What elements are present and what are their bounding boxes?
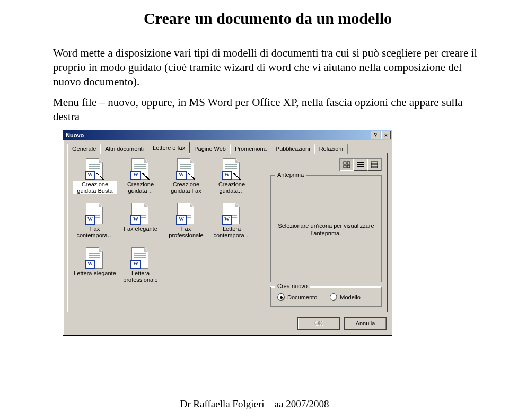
template-item-label: Lettera elegante [74,270,116,276]
radio-document-label: Documento [287,294,317,300]
wizard-wand-icon [96,173,104,180]
tab-strip: Generale Altri documenti Lettere e fax P… [63,140,392,153]
create-new-legend: Crea nuovo [275,283,310,289]
word-template-icon: W [86,203,104,224]
template-item-label: Fax contempora… [74,226,116,238]
ok-button[interactable]: OK [297,317,340,330]
template-item[interactable]: WLettera elegante [73,247,117,289]
tab-lettere-e-fax[interactable]: Lettere e fax [148,142,190,153]
preview-placeholder: Selezionare un'icona per visualizzare l'… [275,222,377,237]
radio-template-label: Modello [340,294,361,300]
tab-altri-documenti[interactable]: Altri documenti [100,144,148,154]
radio-document[interactable]: Documento [277,293,317,301]
close-button[interactable]: × [381,131,391,139]
page-title: Creare un documento da un modello [53,10,482,28]
word-template-icon: W [223,158,241,180]
wizard-wand-icon [188,173,195,180]
radio-icon [330,293,337,301]
template-item-label: Creazione guidata Fax [165,181,207,194]
wizard-wand-icon [142,173,150,180]
radio-template[interactable]: Modello [330,293,361,301]
help-button[interactable]: ? [371,131,380,139]
view-details-button[interactable] [367,159,381,171]
paragraph-1: Word mette a disposizione vari tipi di m… [53,46,482,89]
wizard-wand-icon [233,173,241,180]
preview-group: Anteprima Selezionare un'icona per visua… [270,175,382,282]
radio-icon [277,293,285,301]
new-dialog: Nuovo ? × Generale Altri documenti Lette… [63,130,392,336]
svg-rect-3 [347,165,350,168]
word-template-icon: W [131,158,150,180]
tab-promemoria[interactable]: Promemoria [230,144,271,154]
template-item-label: Creazione guidata Busta [73,181,117,194]
word-template-icon: W [177,158,195,180]
large-icons-icon [343,161,350,168]
template-item-label: Lettera contempora… [210,226,253,238]
view-mode-toolbar [339,158,382,171]
template-item[interactable]: WFax contempora… [73,203,117,244]
details-icon [371,161,378,168]
template-item-label: Fax professionale [165,226,207,238]
create-new-group: Crea nuovo Documento Modello [270,287,382,307]
paragraph-2: Menu file – nuovo, oppure, in MS Word pe… [53,95,482,124]
template-list: WCreazione guidata BustaWCreazione guida… [73,158,266,307]
template-item-label: Fax elegante [124,226,157,232]
word-template-icon: W [131,247,150,269]
svg-rect-8 [357,166,359,167]
svg-rect-6 [357,164,359,165]
template-item-label: Creazione guidata… [210,181,253,194]
dialog-buttons: OK Annulla [63,317,392,335]
template-item-label: Lettera professionale [119,270,162,283]
word-template-icon: W [86,247,104,269]
word-template-icon: W [86,158,104,180]
svg-rect-1 [347,162,350,164]
template-item[interactable]: WCreazione guidata Busta [73,158,117,200]
svg-rect-5 [359,162,364,163]
template-item-label: Creazione guidata… [119,181,162,194]
svg-rect-7 [359,164,364,165]
template-item[interactable]: WFax professionale [164,203,208,244]
tab-panel: WCreazione guidata BustaWCreazione guida… [67,153,388,312]
tab-pagine-web[interactable]: Pagine Web [189,144,231,154]
preview-legend: Anteprima [275,172,306,178]
word-template-icon: W [177,203,195,224]
word-template-icon: W [131,203,150,224]
dialog-titlebar[interactable]: Nuovo ? × [63,130,392,140]
template-item[interactable]: WFax elegante [119,203,162,244]
svg-rect-9 [359,166,364,167]
template-item[interactable]: WCreazione guidata… [210,158,253,200]
page-footer: Dr Raffaella Folgieri – aa 2007/2008 [0,398,509,410]
cancel-button[interactable]: Annulla [344,317,387,330]
template-item[interactable]: WLettera professionale [119,247,162,289]
template-item[interactable]: WCreazione guidata… [119,158,162,200]
view-large-icons-button[interactable] [340,159,354,171]
svg-rect-4 [357,162,359,163]
view-list-button[interactable] [354,159,367,171]
list-icon [357,161,364,168]
template-item[interactable]: WCreazione guidata Fax [164,158,208,200]
tab-relazioni[interactable]: Relazioni [314,144,348,154]
tab-pubblicazioni[interactable]: Pubblicazioni [271,144,315,154]
dialog-title: Nuovo [66,132,84,138]
svg-rect-2 [344,165,346,168]
word-template-icon: W [223,203,241,224]
template-item[interactable]: WLettera contempora… [210,203,253,244]
svg-rect-0 [344,162,346,164]
tab-generale[interactable]: Generale [67,144,101,154]
